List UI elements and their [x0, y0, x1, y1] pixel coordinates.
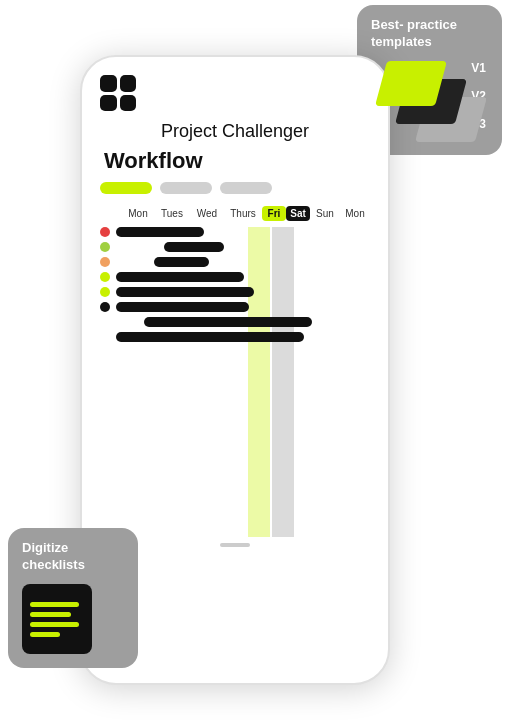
gantt-row-8 — [100, 332, 370, 342]
bar-7 — [144, 317, 312, 327]
bar-3 — [154, 257, 209, 267]
day-mon-1: Mon — [122, 208, 154, 219]
gantt-row-5 — [100, 287, 370, 297]
logo-cell-tl — [100, 75, 117, 92]
scroll-indicator — [100, 543, 370, 547]
logo-cell-br — [120, 95, 137, 112]
dot-5 — [100, 287, 110, 297]
day-tues: Tues — [154, 208, 190, 219]
checklist-line-1 — [30, 602, 79, 607]
app-logo — [100, 75, 136, 111]
bar-5 — [116, 287, 254, 297]
checklist-line-4 — [30, 632, 60, 637]
checklist-tooltip-title: Digitize checklists — [22, 540, 124, 574]
bar-6 — [116, 302, 249, 312]
day-wed: Wed — [190, 208, 224, 219]
checklist-preview — [22, 584, 92, 654]
checklist-line-2 — [30, 612, 71, 617]
dot-6 — [100, 302, 110, 312]
dot-2 — [100, 242, 110, 252]
filter-pill-3[interactable] — [220, 182, 272, 194]
bar-1 — [116, 227, 204, 237]
day-mon-2: Mon — [340, 208, 370, 219]
workflow-heading: Workflow — [100, 148, 370, 174]
logo-cell-tr — [120, 75, 137, 92]
gantt-row-4 — [100, 272, 370, 282]
dot-8 — [100, 332, 110, 342]
day-header-row: Mon Tues Wed Thurs Fri Sat Sun Mon — [100, 206, 370, 221]
checklist-tooltip: Digitize checklists — [8, 528, 138, 668]
day-fri: Fri — [262, 206, 286, 221]
gantt-row-2 — [100, 242, 370, 252]
gantt-row-3 — [100, 257, 370, 267]
dot-7 — [100, 317, 110, 327]
templates-tooltip-title: Best- practice templates — [371, 17, 488, 51]
filter-pill-2[interactable] — [160, 182, 212, 194]
day-sat: Sat — [286, 206, 310, 221]
logo-area — [100, 75, 370, 111]
template-v1-shape — [375, 61, 447, 106]
logo-cell-bl — [100, 95, 117, 112]
bar-4 — [116, 272, 244, 282]
project-title: Project Challenger — [100, 121, 370, 142]
day-sun: Sun — [310, 208, 340, 219]
version-v1-label: V1 — [471, 61, 486, 75]
filter-pill-1[interactable] — [100, 182, 152, 194]
dot-3 — [100, 257, 110, 267]
gantt-row-6 — [100, 302, 370, 312]
scroll-dot — [220, 543, 250, 547]
day-thurs: Thurs — [224, 208, 262, 219]
bar-2 — [164, 242, 224, 252]
checklist-line-3 — [30, 622, 79, 627]
bar-8 — [116, 332, 304, 342]
filter-row — [100, 182, 370, 194]
dot-4 — [100, 272, 110, 282]
gantt-row-7 — [100, 317, 370, 327]
dot-1 — [100, 227, 110, 237]
gantt-area — [100, 227, 370, 537]
gantt-row-1 — [100, 227, 370, 237]
